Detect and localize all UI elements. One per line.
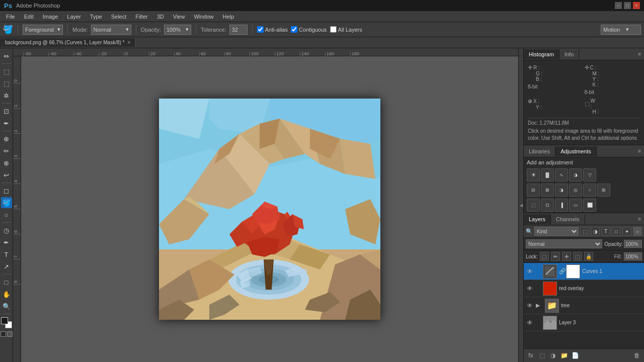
menu-layer[interactable]: Layer: [63, 13, 85, 21]
canvas-image[interactable]: [159, 99, 380, 320]
shape-tool[interactable]: □: [1, 277, 12, 288]
smart-filter-btn[interactable]: ✦: [622, 227, 631, 236]
menu-window[interactable]: Window: [190, 13, 217, 21]
tab-histogram[interactable]: Histogram: [524, 49, 559, 59]
antialias-checkbox[interactable]: Anti-alias: [257, 26, 288, 33]
adjustments-options-btn[interactable]: ≡: [635, 146, 644, 156]
eraser-tool[interactable]: ◻: [1, 185, 12, 196]
type-tool[interactable]: T: [1, 249, 12, 260]
vibrance-adj-btn[interactable]: ▽: [583, 168, 596, 182]
magic-wand-tool[interactable]: ✲: [1, 90, 12, 101]
tab-info[interactable]: Info: [559, 49, 579, 59]
posterize-adj-btn[interactable]: ⊡: [541, 199, 554, 212]
quick-mask-btn[interactable]: [7, 331, 13, 337]
shape-filter-btn[interactable]: □: [612, 227, 621, 236]
layer-kind-select[interactable]: Kind: [534, 227, 579, 236]
dodge-tool[interactable]: ◷: [1, 225, 12, 236]
layer-item-layer3[interactable]: 👁 Layer 3: [524, 314, 644, 331]
menu-select[interactable]: Select: [107, 13, 131, 21]
brightness-adj-btn[interactable]: ☀: [527, 168, 540, 182]
pixel-filter-btn[interactable]: ⬚: [580, 227, 589, 236]
blend-mode-select[interactable]: Normal: [526, 239, 602, 248]
channelmixer-adj-btn[interactable]: ○: [583, 184, 596, 197]
all-layers-check[interactable]: [330, 26, 337, 33]
tolerance-input[interactable]: [229, 25, 248, 35]
clone-tool[interactable]: ⊕: [1, 157, 12, 168]
menu-image[interactable]: Image: [39, 13, 62, 21]
tab-layers[interactable]: Layers: [524, 214, 551, 224]
menu-file[interactable]: File: [2, 13, 19, 21]
group-expand-icon[interactable]: ▶: [536, 302, 543, 309]
layers-options-btn[interactable]: ≡: [635, 214, 644, 224]
lock-position-btn[interactable]: ✛: [562, 252, 571, 261]
menu-3d[interactable]: 3D: [153, 13, 168, 21]
selectivecolor-adj-btn[interactable]: ⬜: [583, 199, 596, 212]
hsl-adj-btn[interactable]: ⊟: [527, 184, 540, 197]
opacity-dropdown[interactable]: 100% ▾: [164, 25, 191, 35]
standard-mode-btn[interactable]: [1, 331, 6, 337]
layer-eye-tree[interactable]: 👁: [526, 302, 534, 310]
mode-dropdown[interactable]: Normal ▾: [91, 25, 131, 35]
invert-adj-btn[interactable]: ⬚: [527, 199, 540, 212]
preset-dropdown[interactable]: Motion ▾: [601, 25, 641, 35]
add-mask-button[interactable]: ⬚: [537, 350, 547, 360]
menu-edit[interactable]: Edit: [20, 13, 38, 21]
eyedropper-tool[interactable]: ✒: [1, 118, 12, 129]
histogram-options-btn[interactable]: ≡: [635, 49, 644, 59]
fill-input[interactable]: [624, 252, 642, 260]
right-collapse-bar[interactable]: ◀: [518, 48, 523, 362]
zoom-tool[interactable]: 🔍: [1, 301, 12, 312]
colorbalance-adj-btn[interactable]: ⊠: [541, 184, 554, 197]
contiguous-check[interactable]: [291, 26, 297, 33]
hand-tool[interactable]: ✋: [1, 289, 12, 300]
layer-eye-layer3[interactable]: 👁: [526, 319, 534, 327]
menu-type[interactable]: Type: [86, 13, 106, 21]
crop-tool[interactable]: ⊡: [1, 106, 12, 117]
document-tab-close[interactable]: ×: [128, 40, 131, 45]
move-tool[interactable]: ⇔: [1, 50, 12, 61]
close-button[interactable]: ×: [633, 2, 640, 9]
title-bar-controls[interactable]: − □ ×: [615, 2, 640, 9]
photofilter-adj-btn[interactable]: ◎: [569, 184, 582, 197]
selection-tool[interactable]: ⬚: [1, 66, 12, 77]
all-layers-checkbox[interactable]: All Layers: [330, 26, 362, 33]
blur-tool[interactable]: ○: [1, 209, 12, 220]
foreground-color-swatch[interactable]: [1, 317, 8, 324]
gradient-tool[interactable]: 🪣: [1, 197, 12, 208]
exposure-adj-btn[interactable]: ◑: [569, 168, 582, 182]
lock-all-btn[interactable]: 🔒: [584, 252, 593, 261]
tab-libraries[interactable]: Libraries: [524, 146, 555, 156]
layer-item-tree[interactable]: 👁 ▶ 📁 tree: [524, 297, 644, 314]
tab-adjustments[interactable]: Adjustments: [555, 146, 597, 156]
layer-fx-button[interactable]: fx: [526, 350, 536, 360]
document-tab-active[interactable]: background.png @ 66.7% (Curves 1, Layer …: [0, 38, 136, 47]
history-brush-tool[interactable]: ↩: [1, 169, 12, 180]
bw-adj-btn[interactable]: ◑: [555, 184, 568, 197]
layer-eye-redoverlay[interactable]: 👁: [526, 285, 534, 293]
layer-item-curves1[interactable]: 👁 🔗 Curves 1: [524, 263, 644, 280]
lock-transparent-btn[interactable]: ⬚: [540, 252, 549, 261]
antialias-check[interactable]: [257, 26, 264, 33]
path-tool[interactable]: ↗: [1, 261, 12, 272]
clear-filter-btn[interactable]: ○: [633, 227, 642, 236]
menu-view[interactable]: View: [169, 13, 189, 21]
lock-artboard-btn[interactable]: ⬚: [573, 252, 582, 261]
lasso-tool[interactable]: ⬚: [1, 78, 12, 89]
contiguous-checkbox[interactable]: Contiguous: [291, 26, 327, 33]
pen-tool[interactable]: ✒: [1, 237, 12, 248]
opacity-input[interactable]: [624, 240, 642, 248]
lock-pixels-btn[interactable]: ✏: [551, 252, 560, 261]
layer-eye-curves1[interactable]: 👁: [526, 267, 534, 276]
color-swatches[interactable]: [1, 317, 12, 328]
tab-channels[interactable]: Channels: [551, 214, 585, 224]
healing-tool[interactable]: ⊕: [1, 133, 12, 144]
minimize-button[interactable]: −: [615, 2, 622, 9]
curves-adj-btn[interactable]: ∿: [555, 168, 568, 182]
foreground-dropdown[interactable]: Foreground ▾: [23, 25, 63, 35]
new-group-button[interactable]: 📁: [559, 350, 569, 360]
gradientmap-adj-btn[interactable]: ▭: [569, 199, 582, 212]
colorlookup-adj-btn[interactable]: ⊞: [597, 184, 610, 197]
new-fill-button[interactable]: ◑: [548, 350, 558, 360]
type-filter-btn[interactable]: T: [601, 227, 610, 236]
delete-layer-button[interactable]: 🗑: [632, 350, 642, 360]
